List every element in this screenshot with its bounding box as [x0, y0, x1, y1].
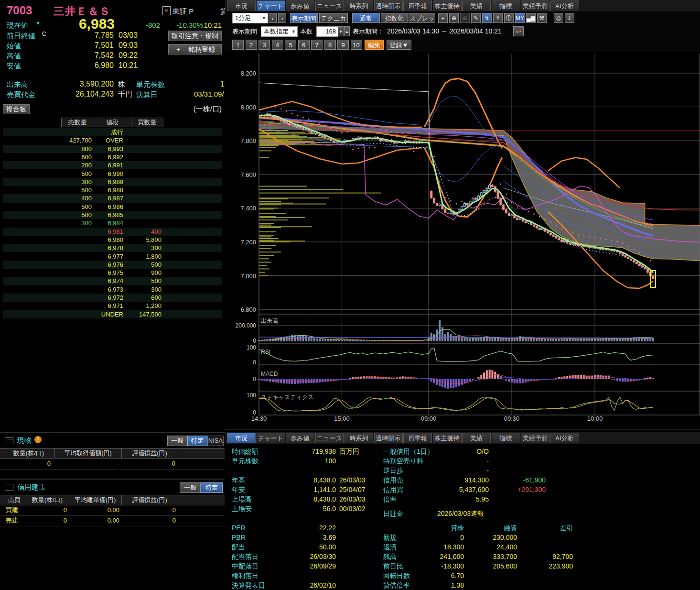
- orderbook-row[interactable]: 6,973300: [3, 285, 222, 294]
- tab-適時開示[interactable]: 適時開示: [374, 0, 403, 11]
- tab-四季報[interactable]: 四季報: [403, 433, 432, 443]
- my-chart-icon[interactable]: MY: [515, 13, 525, 23]
- c2: 205,600: [474, 561, 517, 571]
- tab-業績[interactable]: 業績: [462, 0, 491, 11]
- orderbook-row[interactable]: 6,976500: [3, 261, 222, 269]
- tab-歩み値[interactable]: 歩み値: [286, 433, 314, 443]
- crosshair-icon[interactable]: ＋: [438, 13, 448, 23]
- cash-row[interactable]: 0 - 0: [0, 458, 225, 470]
- orderbook-row[interactable]: 6,9711,200: [3, 302, 222, 310]
- preset-3-button[interactable]: 3: [258, 40, 270, 50]
- tab-チャート[interactable]: チャート: [257, 0, 285, 11]
- orderbook-row[interactable]: 5006,988: [3, 186, 222, 194]
- tab-時系列[interactable]: 時系列: [345, 0, 373, 11]
- tab-株主優待[interactable]: 株主優待: [433, 433, 462, 443]
- orderbook-row[interactable]: UNDER147,500: [3, 310, 222, 318]
- tab-市況[interactable]: 市況: [227, 433, 256, 443]
- margin-row[interactable]: 売建00.000: [0, 515, 225, 526]
- tab-市況[interactable]: 市況: [227, 0, 256, 11]
- margin-row[interactable]: 買建00.000: [0, 505, 225, 516]
- tab-指標[interactable]: 指標: [492, 0, 520, 11]
- orderbook-row[interactable]: 6,9771,800: [3, 252, 222, 261]
- tab-業績[interactable]: 業績: [462, 433, 491, 443]
- area-chart-icon[interactable]: ▄▆: [526, 13, 536, 23]
- next-button[interactable]: ›: [278, 13, 286, 23]
- tab-適時開示[interactable]: 適時開示: [374, 433, 403, 443]
- tab-AI分析[interactable]: AI分析: [550, 433, 579, 443]
- preset-7-button[interactable]: 7: [311, 40, 323, 50]
- orderbook-row[interactable]: 6,972600: [3, 294, 222, 302]
- tab-チャート[interactable]: チャート: [257, 433, 285, 443]
- info-icon[interactable]: ⓘ: [504, 13, 514, 23]
- tab-ニュース[interactable]: ニュース: [315, 433, 344, 443]
- popout-icon[interactable]: [5, 484, 13, 491]
- orderbook-row[interactable]: 4006,987: [3, 194, 222, 202]
- orderbook-row[interactable]: 6,981400: [3, 228, 222, 236]
- preset-2-button[interactable]: 2: [246, 40, 257, 50]
- preset-1-button[interactable]: 1: [232, 40, 244, 50]
- register-dropdown-button[interactable]: 登録▼: [387, 40, 411, 50]
- preset-6-button[interactable]: 6: [298, 40, 310, 50]
- orderbook-row[interactable]: 3006,989: [3, 178, 222, 186]
- orderbook-row[interactable]: 5006,985: [3, 211, 222, 219]
- tab-AI分析[interactable]: AI分析: [550, 0, 579, 11]
- export-window-icon[interactable]: ⇪: [565, 13, 574, 23]
- composite-board-button[interactable]: 複合板: [3, 104, 30, 114]
- orderbook-row[interactable]: 5006,990: [3, 170, 222, 178]
- tab-四季報[interactable]: 四季報: [403, 0, 432, 11]
- orderbook-row[interactable]: 427,700OVER: [3, 136, 222, 144]
- spread-button[interactable]: スプレッド: [409, 13, 435, 23]
- orderbook-row[interactable]: 6,974500: [3, 277, 222, 285]
- preset-4-button[interactable]: 4: [272, 40, 283, 50]
- tab-特定[interactable]: 特定: [201, 482, 223, 493]
- orderbook-row[interactable]: 2006,991: [3, 161, 222, 169]
- orderbook-row[interactable]: 6006,992: [3, 153, 222, 161]
- technical-button[interactable]: テクニカル: [319, 13, 348, 23]
- yen-icon[interactable]: ¥: [493, 13, 503, 23]
- count-input[interactable]: 168: [316, 26, 338, 37]
- price-chart[interactable]: 8,2008,0007,8007,6007,4007,2007,0006,800…: [225, 52, 700, 429]
- spin-down-icon[interactable]: ▼: [338, 26, 344, 36]
- tab-業績予測[interactable]: 業績予測: [521, 0, 549, 11]
- tab-歩み値[interactable]: 歩み値: [286, 0, 314, 11]
- preset-9-button[interactable]: 9: [337, 40, 349, 50]
- normal-button[interactable]: 通常: [352, 13, 380, 23]
- orderbook-row[interactable]: 3006,984: [3, 219, 222, 227]
- preset-10-button[interactable]: 10: [351, 40, 362, 50]
- tab-指標[interactable]: 指標: [492, 433, 520, 443]
- tab-NISA[interactable]: NISA: [207, 436, 224, 446]
- trendline-icon[interactable]: ↯: [482, 13, 492, 23]
- draw-icon[interactable]: ✎: [471, 13, 481, 23]
- prev-button[interactable]: ‹: [269, 13, 277, 23]
- interval-select[interactable]: 1分足▼: [232, 13, 268, 23]
- orderbook-row[interactable]: 8006,993: [3, 145, 222, 153]
- document-icon[interactable]: ≡: [162, 6, 171, 15]
- preset-8-button[interactable]: 8: [324, 40, 336, 50]
- orderbook-row[interactable]: 6,975900: [3, 269, 222, 277]
- tab-特定[interactable]: 特定: [187, 436, 207, 446]
- settings-wrench-icon[interactable]: ⚒: [537, 13, 547, 23]
- undo-icon[interactable]: ↩: [513, 26, 524, 36]
- print-icon[interactable]: ⎙: [554, 13, 563, 23]
- display-period-button[interactable]: 表示期間: [290, 13, 318, 23]
- indexed-button[interactable]: 指数化: [381, 13, 408, 23]
- edit-button[interactable]: 編集: [365, 40, 384, 50]
- tab-業績予測[interactable]: 業績予測: [521, 433, 549, 443]
- spin-up-icon[interactable]: ▲: [344, 26, 350, 36]
- orderbook-row[interactable]: 6,978300: [3, 244, 222, 252]
- tab-ニュース[interactable]: ニュース: [315, 0, 344, 11]
- preset-5-button[interactable]: 5: [285, 40, 296, 50]
- tab-一般[interactable]: 一般: [180, 482, 201, 493]
- popout-icon[interactable]: [5, 437, 13, 444]
- trade-caution-button[interactable]: 取引注意・規制: [168, 31, 222, 41]
- tab-時系列[interactable]: 時系列: [345, 433, 373, 443]
- orderbook-row[interactable]: 成行: [3, 128, 222, 136]
- add-watchlist-button[interactable]: ＋ 銘柄登録: [168, 44, 222, 55]
- zoom-out-icon[interactable]: ⊖: [460, 13, 470, 23]
- orderbook-row[interactable]: 5006,986: [3, 203, 222, 211]
- count-mode-select[interactable]: 本数指定▼: [261, 26, 298, 37]
- orderbook-row[interactable]: 6,9805,800: [3, 236, 222, 244]
- tab-株主優待[interactable]: 株主優待: [433, 0, 462, 11]
- zoom-in-icon[interactable]: ⊕: [449, 13, 459, 23]
- tab-一般[interactable]: 一般: [167, 436, 187, 446]
